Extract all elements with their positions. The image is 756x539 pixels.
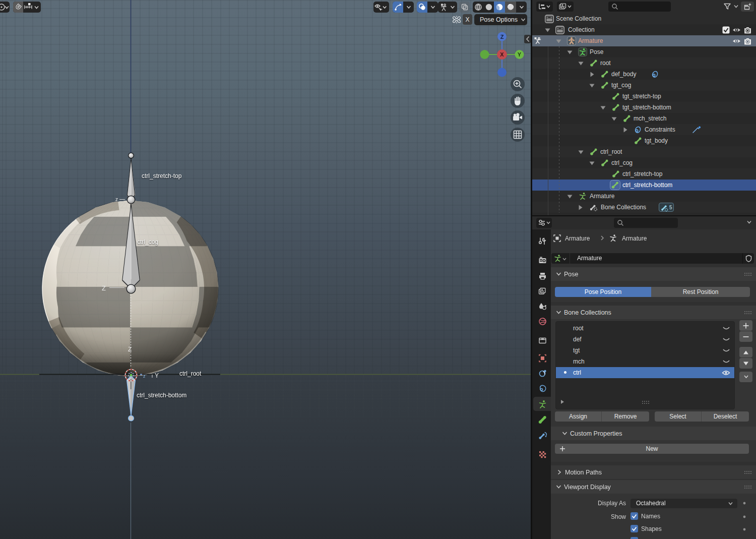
svg-text:Y: Y [155, 372, 159, 379]
svg-text:X: X [500, 51, 504, 57]
svg-text:Z: Z [102, 284, 106, 292]
svg-text:Z: Z [500, 34, 504, 40]
svg-text:z: z [143, 374, 146, 379]
svg-text:Z: Z [128, 346, 132, 353]
svg-text:z: z [115, 197, 118, 202]
svg-text:Y: Y [518, 51, 522, 57]
